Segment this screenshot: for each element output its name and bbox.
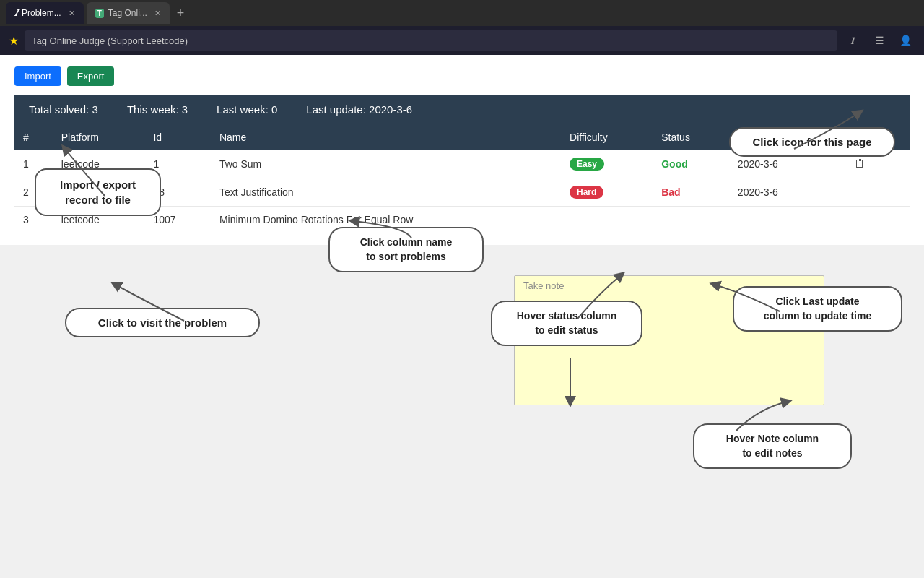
cell-note[interactable]: 🗒: [845, 150, 910, 178]
address-bar[interactable]: Tag Online Judge (Support Leetcode): [25, 30, 837, 51]
cell-id: 1007: [144, 207, 211, 233]
total-solved: Total solved: 3: [29, 103, 98, 116]
cell-platform[interactable]: leetcode: [53, 150, 145, 178]
col-id[interactable]: Id: [144, 124, 211, 150]
bookmark-icon: ★: [9, 34, 19, 48]
cell-lastupdate[interactable]: 2020-3-6: [729, 150, 845, 178]
cell-id: 68: [144, 178, 211, 207]
last-week: Last week: 0: [217, 103, 277, 116]
note-tooltip-label: Take note: [515, 276, 824, 296]
tab-tagonline-icon: T: [95, 9, 104, 18]
bubble-visit-problem: Click to visit the problem: [65, 308, 260, 337]
user-icon[interactable]: 👤: [895, 30, 915, 51]
bubble-note-text: Hover Note columnto edit notes: [726, 433, 819, 459]
cell-platform[interactable]: leetcode: [53, 207, 145, 233]
bubble-hover-note: Hover Note columnto edit notes: [693, 423, 852, 469]
last-update: Last update: 2020-3-6: [306, 103, 412, 116]
problems-table: # Platform Id Name Difficulty Status Las…: [14, 124, 910, 233]
status-value: Good: [661, 158, 688, 170]
col-num[interactable]: #: [14, 124, 53, 150]
cell-name[interactable]: Text Justification: [211, 178, 561, 207]
stats-bar: Total solved: 3 This week: 3 Last week: …: [14, 95, 910, 124]
col-platform[interactable]: Platform: [53, 124, 145, 150]
note-icon: 🗒: [854, 158, 866, 170]
browser-tab-bar: 𝐼 Problem... ✕ T Tag Onli... ✕ +: [0, 0, 924, 26]
cell-difficulty: [561, 207, 653, 233]
bubble-sort-columns: Click column nameto sort problems: [328, 227, 484, 272]
col-note[interactable]: Note: [845, 124, 910, 150]
cell-name[interactable]: Two Sum: [211, 150, 561, 178]
cell-difficulty: Hard: [561, 178, 653, 207]
browser-action-icons: 𝑰 ☰ 👤: [843, 30, 915, 51]
cell-lastupdate[interactable]: 2020-3-6: [729, 178, 845, 207]
cell-name[interactable]: Minimum Domino Rotations For Equal Row: [211, 207, 561, 233]
col-difficulty[interactable]: Difficulty: [561, 124, 653, 150]
cell-num: 2: [14, 178, 53, 207]
table-header-row: # Platform Id Name Difficulty Status Las…: [14, 124, 910, 150]
status-value: Bad: [661, 186, 680, 198]
tab-problem-close[interactable]: ✕: [69, 9, 75, 18]
tab-problem[interactable]: 𝐼 Problem... ✕: [6, 2, 84, 24]
main-content: Import Export Total solved: 3 This week:…: [0, 55, 924, 245]
difficulty-badge: Hard: [570, 186, 603, 199]
note-tooltip-box: Take note: [514, 275, 824, 405]
bubble-sort-text: Click column nameto sort problems: [360, 236, 453, 262]
difficulty-badge: Easy: [570, 158, 604, 171]
cell-difficulty: Easy: [561, 150, 653, 178]
cell-num: 1: [14, 150, 53, 178]
cell-status[interactable]: Bad: [653, 178, 729, 207]
address-bar-row: ★ Tag Online Judge (Support Leetcode) 𝑰 …: [0, 26, 924, 55]
col-name[interactable]: Name: [211, 124, 561, 150]
address-text: Tag Online Judge (Support Leetcode): [32, 35, 188, 46]
import-button[interactable]: Import: [14, 66, 61, 86]
col-lastupdate[interactable]: Last update: [729, 124, 845, 150]
export-button[interactable]: Export: [67, 66, 115, 86]
cell-note[interactable]: [845, 178, 910, 207]
action-buttons: Import Export: [14, 66, 910, 86]
italic-icon[interactable]: 𝑰: [843, 30, 863, 51]
tab-tagonline-label: Tag Onli...: [108, 8, 147, 18]
new-tab-button[interactable]: +: [173, 6, 189, 21]
tab-problem-icon: 𝐼: [14, 7, 17, 19]
col-status[interactable]: Status: [653, 124, 729, 150]
cell-platform[interactable]: leetcode: [53, 178, 145, 207]
table-row: 1 leetcode 1 Two Sum Easy Good 2020-3-6 …: [14, 150, 910, 178]
cell-num: 3: [14, 207, 53, 233]
bubble-visit-text: Click to visit the problem: [98, 316, 227, 329]
tab-tagoline[interactable]: T Tag Onli... ✕: [87, 2, 170, 24]
cell-status[interactable]: Good: [653, 150, 729, 178]
this-week: This week: 3: [127, 103, 188, 116]
cell-id: 1: [144, 150, 211, 178]
tab-problem-label: Problem...: [22, 8, 61, 18]
menu-icon[interactable]: ☰: [869, 30, 889, 51]
table-row: 2 leetcode 68 Text Justification Hard Ba…: [14, 178, 910, 207]
table-row: 3 leetcode 1007 Minimum Domino Rotations…: [14, 207, 910, 233]
tab-tagonline-close[interactable]: ✕: [154, 9, 161, 18]
cell-note[interactable]: [845, 207, 910, 233]
cell-status[interactable]: [653, 207, 729, 233]
cell-lastupdate[interactable]: [729, 207, 845, 233]
